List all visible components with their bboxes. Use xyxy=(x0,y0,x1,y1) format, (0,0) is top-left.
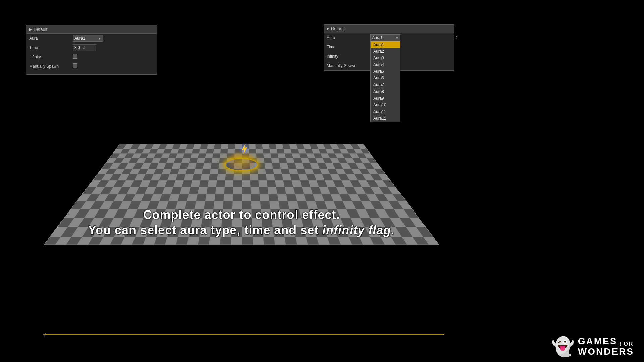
right-aura-option-12[interactable]: Aura12 xyxy=(371,115,400,122)
left-manually-spawn-row: Manually Spawn xyxy=(26,62,157,71)
left-aura-dropdown-arrow: ▼ xyxy=(96,37,101,40)
left-aura-row: Aura Aura1 ▼ xyxy=(26,34,157,43)
left-aura-label: Aura xyxy=(29,36,73,41)
right-aura-dropdown-arrow: ▼ xyxy=(393,36,399,40)
left-aura-value: Aura1 xyxy=(74,36,85,41)
right-panel: ▶ Default Aura Aura1 ▼ Aura1 Aura2 Aura3… xyxy=(324,24,454,71)
right-panel-triangle: ▶ xyxy=(327,27,329,31)
overlay-line2-text: You can select aura type, time and set xyxy=(88,223,323,237)
left-panel: ▶ Default Aura Aura1 ▼ Time 3.0 ↺ Infini… xyxy=(26,25,157,75)
right-aura-dropdown-container: Aura1 ▼ Aura1 Aura2 Aura3 Aura4 Aura5 Au… xyxy=(370,34,400,41)
right-panel-header: ▶ Default xyxy=(324,25,454,33)
left-manually-spawn-checkbox[interactable] xyxy=(73,63,77,68)
right-time-label: Time xyxy=(327,45,370,49)
left-panel-title: Default xyxy=(34,27,47,32)
right-aura-option-7[interactable]: Aura7 xyxy=(371,81,400,88)
scene-bottom-line xyxy=(44,334,444,335)
right-aura-option-9[interactable]: Aura9 xyxy=(371,95,400,102)
right-infinity-label: Infinity xyxy=(327,54,370,59)
right-aura-option-1[interactable]: Aura1 xyxy=(371,41,400,48)
logo-wonders: WONDERS xyxy=(578,347,634,357)
right-aura-label: Aura xyxy=(327,35,370,40)
aura-effect: ⚡ xyxy=(221,148,262,175)
right-aura-option-10[interactable]: Aura10 xyxy=(371,102,400,108)
overlay-line2: You can select aura type, time and set i… xyxy=(44,223,439,237)
logo-for: FOR xyxy=(619,341,634,347)
left-time-reset[interactable]: ↺ xyxy=(82,46,85,50)
right-aura-option-11[interactable]: Aura11 xyxy=(371,108,400,115)
right-aura-dropdown[interactable]: Aura1 ▼ xyxy=(370,34,400,41)
left-aura-dropdown[interactable]: Aura1 ▼ xyxy=(73,35,103,42)
right-aura-option-8[interactable]: Aura8 xyxy=(371,88,400,95)
left-panel-triangle: ▶ xyxy=(29,27,32,31)
logo-text: GAMES FOR WONDERS xyxy=(578,336,634,357)
left-infinity-checkbox[interactable] xyxy=(73,54,77,59)
overlay-line2-em: infinity flag. xyxy=(322,223,395,237)
right-aura-reset[interactable]: ↺ xyxy=(454,35,458,40)
aura-ring xyxy=(225,158,258,171)
left-infinity-checkbox-wrap[interactable] xyxy=(73,54,77,59)
logo-ghost-icon: 👻 xyxy=(551,338,575,356)
left-manually-spawn-checkbox-wrap[interactable] xyxy=(73,63,77,68)
left-time-value: 3.0 xyxy=(74,45,80,50)
left-time-label: Time xyxy=(29,45,73,50)
left-time-input[interactable]: 3.0 ↺ xyxy=(73,44,96,51)
overlay-line1: Complete actor to control effect. xyxy=(44,208,439,222)
right-manually-spawn-label: Manually Spawn xyxy=(327,63,370,68)
left-panel-header: ▶ Default xyxy=(26,25,157,34)
left-manually-spawn-label: Manually Spawn xyxy=(29,64,73,69)
logo-games: GAMES xyxy=(578,336,618,347)
left-infinity-row: Infinity xyxy=(26,52,157,62)
overlay-text: Complete actor to control effect. You ca… xyxy=(44,208,439,237)
left-infinity-label: Infinity xyxy=(29,55,73,59)
right-aura-option-2[interactable]: Aura2 xyxy=(371,48,400,55)
right-aura-dropdown-open: Aura1 Aura2 Aura3 Aura4 Aura5 Aura6 Aura… xyxy=(370,41,400,122)
right-aura-option-5[interactable]: Aura5 xyxy=(371,68,400,75)
logo: 👻 GAMES FOR WONDERS xyxy=(551,336,634,357)
left-time-row: Time 3.0 ↺ xyxy=(26,43,157,52)
small-triangle-indicator: ◁ xyxy=(43,332,46,337)
right-aura-option-3[interactable]: Aura3 xyxy=(371,55,400,61)
right-aura-value: Aura1 xyxy=(372,35,383,40)
right-panel-title: Default xyxy=(331,26,345,31)
right-aura-row: Aura Aura1 ▼ Aura1 Aura2 Aura3 Aura4 Aur… xyxy=(324,33,454,42)
right-aura-option-4[interactable]: Aura4 xyxy=(371,61,400,68)
right-aura-option-6[interactable]: Aura6 xyxy=(371,75,400,81)
